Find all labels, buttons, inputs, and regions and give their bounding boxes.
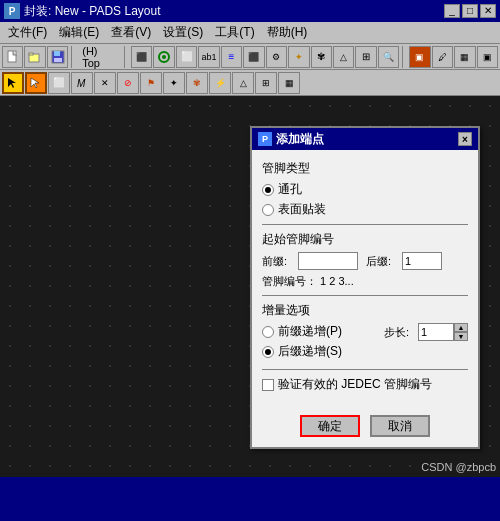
- jedec-row: 验证有效的 JEDEC 管脚编号: [262, 376, 468, 393]
- toolbar-btn-8[interactable]: ⬛: [243, 46, 264, 68]
- toolbar2-btn5[interactable]: ✕: [94, 72, 116, 94]
- toolbar-btn-12[interactable]: △: [333, 46, 354, 68]
- step-spin-up[interactable]: ▲: [454, 323, 468, 332]
- prefix-input[interactable]: [298, 252, 358, 270]
- dialog-body: 管脚类型 通孔 表面贴装 起始管脚编号 前缀: 后缀:: [252, 150, 478, 411]
- radio-through-hole[interactable]: 通孔: [262, 181, 468, 198]
- dialog-buttons: 确定 取消: [252, 411, 478, 447]
- toolbar2-btn3[interactable]: ⬜: [48, 72, 70, 94]
- pin-type-label: 管脚类型: [262, 160, 468, 177]
- step-spin-buttons: ▲ ▼: [454, 323, 468, 341]
- radio-backward[interactable]: 后缀递增(S): [262, 343, 376, 360]
- menu-tools[interactable]: 工具(T): [209, 22, 260, 43]
- menu-settings[interactable]: 设置(S): [157, 22, 209, 43]
- menu-view[interactable]: 查看(V): [105, 22, 157, 43]
- toolbar-btn-13[interactable]: ⊞: [355, 46, 376, 68]
- jedec-checkbox[interactable]: [262, 379, 274, 391]
- pin-seq-value: 1 2 3...: [320, 275, 354, 287]
- divider-1: [262, 224, 468, 225]
- svg-marker-9: [31, 78, 39, 88]
- step-spin-down[interactable]: ▼: [454, 332, 468, 341]
- radio-through-hole-label: 通孔: [278, 181, 302, 198]
- close-button[interactable]: ✕: [480, 4, 496, 18]
- canvas-area[interactable]: P 添加端点 × 管脚类型 通孔 表面贴装 起始管脚编号 前缀:: [0, 96, 500, 477]
- dialog-icon: P: [258, 132, 272, 146]
- toolbar-2: ⬜ M ✕ ⊘ ⚑ ✦ ✾ ⚡ △ ⊞ ▦: [0, 70, 500, 96]
- toolbar2-btn8[interactable]: ✦: [163, 72, 185, 94]
- toolbar-new[interactable]: [2, 46, 23, 68]
- cancel-button[interactable]: 取消: [370, 415, 430, 437]
- suffix-label: 后缀:: [366, 254, 394, 269]
- maximize-button[interactable]: □: [462, 4, 478, 18]
- toolbar2-cursor[interactable]: [2, 72, 24, 94]
- jedec-label: 验证有效的 JEDEC 管脚编号: [278, 376, 432, 393]
- toolbar2-btn7[interactable]: ⚑: [140, 72, 162, 94]
- step-label: 步长:: [384, 325, 414, 340]
- svg-text:M: M: [77, 78, 86, 89]
- pin-seq-label: 管脚编号：: [262, 275, 317, 287]
- svg-rect-4: [54, 51, 60, 56]
- toolbar-btn-6[interactable]: ab1: [198, 46, 219, 68]
- radio-forward[interactable]: 前缀递增(P): [262, 323, 376, 340]
- toolbar-btn-14[interactable]: 🔍: [378, 46, 399, 68]
- svg-rect-0: [8, 51, 16, 62]
- step-input[interactable]: [418, 323, 454, 341]
- layer-label: (H) Top: [78, 45, 121, 69]
- toolbar2-btn10[interactable]: ⚡: [209, 72, 231, 94]
- toolbar2-btn13[interactable]: ▦: [278, 72, 300, 94]
- watermark: CSDN @zbpcb: [421, 461, 496, 473]
- increment-label: 增量选项: [262, 302, 468, 319]
- ok-button[interactable]: 确定: [300, 415, 360, 437]
- divider-3: [262, 369, 468, 370]
- dialog-title-text: 添加端点: [276, 131, 324, 148]
- toolbar-btn-7[interactable]: ≡: [221, 46, 242, 68]
- radio-smd-indicator: [262, 204, 274, 216]
- toolbar-btn-9[interactable]: ⚙: [266, 46, 287, 68]
- menu-help[interactable]: 帮助(H): [261, 22, 314, 43]
- toolbar2-btn9[interactable]: ✾: [186, 72, 208, 94]
- toolbar-btn-11[interactable]: ✾: [311, 46, 332, 68]
- menu-edit[interactable]: 编辑(E): [53, 22, 105, 43]
- toolbar-1: (H) Top ⬛ ⬜ ab1 ≡ ⬛ ⚙ ✦ ✾ △ ⊞ 🔍 ▣ 🖊 ▦ ▣: [0, 44, 500, 70]
- radio-forward-label: 前缀递增(P): [278, 323, 342, 340]
- toolbar-btn-15[interactable]: ▣: [409, 46, 430, 68]
- step-container: 步长: ▲ ▼: [384, 323, 468, 341]
- pin-type-group: 通孔 表面贴装: [262, 181, 468, 218]
- toolbar2-edit[interactable]: [25, 72, 47, 94]
- suffix-input[interactable]: [402, 252, 442, 270]
- svg-rect-5: [54, 58, 62, 62]
- divider-2: [262, 295, 468, 296]
- toolbar-btn-16[interactable]: 🖊: [432, 46, 453, 68]
- pin-seq: 管脚编号： 1 2 3...: [262, 274, 468, 289]
- toolbar-sep-2: [124, 46, 128, 68]
- svg-point-7: [162, 55, 166, 59]
- increment-group: 前缀递增(P) 后缀递增(S) 步长: ▲ ▼: [262, 323, 468, 363]
- prefix-label: 前缀:: [262, 254, 290, 269]
- svg-marker-8: [8, 78, 16, 88]
- toolbar-btn-17[interactable]: ▦: [454, 46, 475, 68]
- menu-file[interactable]: 文件(F): [2, 22, 53, 43]
- svg-rect-2: [29, 53, 33, 55]
- toolbar-save[interactable]: [47, 46, 68, 68]
- app-icon: P: [4, 3, 20, 19]
- window-controls: _ □ ✕: [444, 4, 496, 18]
- toolbar-btn-3[interactable]: ⬛: [131, 46, 152, 68]
- radio-backward-label: 后缀递增(S): [278, 343, 342, 360]
- minimize-button[interactable]: _: [444, 4, 460, 18]
- toolbar2-btn11[interactable]: △: [232, 72, 254, 94]
- toolbar2-btn4[interactable]: M: [71, 72, 93, 94]
- toolbar2-btn12[interactable]: ⊞: [255, 72, 277, 94]
- prefix-suffix-row: 前缀: 后缀:: [262, 252, 468, 270]
- toolbar-open[interactable]: [24, 46, 45, 68]
- toolbar-btn-18[interactable]: ▣: [477, 46, 498, 68]
- title-bar: P 封装: New - PADS Layout _ □ ✕: [0, 0, 500, 22]
- radio-smd[interactable]: 表面贴装: [262, 201, 468, 218]
- radio-through-hole-indicator: [262, 184, 274, 196]
- radio-options: 前缀递增(P) 后缀递增(S): [262, 323, 376, 363]
- toolbar2-btn6[interactable]: ⊘: [117, 72, 139, 94]
- menu-bar: 文件(F) 编辑(E) 查看(V) 设置(S) 工具(T) 帮助(H): [0, 22, 500, 44]
- toolbar-btn-5[interactable]: ⬜: [176, 46, 197, 68]
- toolbar-btn-10[interactable]: ✦: [288, 46, 309, 68]
- dialog-close-button[interactable]: ×: [458, 132, 472, 146]
- toolbar-btn-4[interactable]: [153, 46, 174, 68]
